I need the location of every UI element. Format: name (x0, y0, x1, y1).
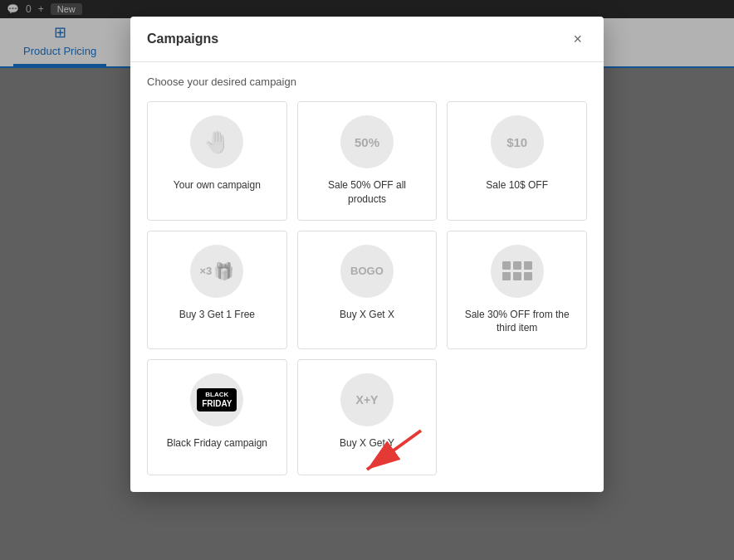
campaigns-modal: Campaigns × Choose your desired campaign… (130, 17, 604, 492)
buyxgety-icon: X+Y (340, 373, 394, 426)
campaign-card-blackfriday[interactable]: BLACK FRIDAY Black Friday campaign (147, 359, 287, 475)
sale50-label: Sale 50% OFF all products (308, 178, 427, 207)
campaign-card-own[interactable]: 🤚 Your own campaign (147, 101, 287, 221)
blackfriday-label: Black Friday campaign (167, 436, 267, 450)
campaign-card-sale50[interactable]: 50% Sale 50% OFF all products (297, 101, 438, 221)
sale30-icon (491, 245, 544, 298)
bf-black-text: BLACK (202, 392, 232, 399)
x3-text: ×3 (199, 265, 212, 277)
campaign-grid-row3: BLACK FRIDAY Black Friday campaign X+Y B… (147, 359, 587, 475)
modal-overlay: Campaigns × Choose your desired campaign… (0, 0, 734, 560)
campaign-card-sale30[interactable]: Sale 30% OFF from the third item (447, 231, 587, 350)
buy3get1-icon: ×3 🎁 (190, 245, 243, 298)
campaign-grid-row3-container: BLACK FRIDAY Black Friday campaign X+Y B… (147, 359, 587, 475)
campaign-grid-row2: ×3 🎁 Buy 3 Get 1 Free BOGO Buy X Get X (147, 231, 587, 350)
own-campaign-label: Your own campaign (174, 178, 261, 192)
buy3get1-icon-inner: ×3 🎁 (199, 261, 234, 281)
campaign-card-buy3get1[interactable]: ×3 🎁 Buy 3 Get 1 Free (147, 231, 287, 350)
campaign-grid-row1: 🤚 Your own campaign 50% Sale 50% OFF all… (147, 101, 587, 221)
sale10-icon: $10 (491, 115, 544, 168)
blackfriday-icon-inner: BLACK FRIDAY (197, 388, 237, 411)
gift-icon: 🎁 (213, 261, 234, 281)
bf-friday-text: FRIDAY (202, 399, 232, 408)
sale50-icon-text: 50% (355, 135, 379, 149)
modal-title: Campaigns (147, 32, 218, 46)
own-campaign-icon: 🤚 (190, 115, 243, 168)
xy-icon-text: X+Y (356, 393, 379, 407)
blackfriday-icon: BLACK FRIDAY (190, 373, 243, 426)
bogo-icon: BOGO (340, 245, 394, 298)
modal-subtitle: Choose your desired campaign (147, 75, 587, 88)
modal-close-button[interactable]: × (568, 30, 587, 48)
campaign-card-buyxgety[interactable]: X+Y Buy X Get Y (297, 359, 438, 475)
sale50-icon: 50% (340, 115, 394, 168)
sale10-label: Sale 10$ OFF (486, 178, 548, 192)
grid-icon (502, 261, 532, 280)
bogo-label: Buy X Get X (340, 308, 394, 322)
sale30-label: Sale 30% OFF from the third item (458, 308, 576, 336)
campaign-card-bogo[interactable]: BOGO Buy X Get X (297, 231, 438, 350)
modal-header: Campaigns × (130, 17, 604, 62)
modal-body: Choose your desired campaign 🤚 Your own … (130, 62, 604, 492)
campaign-card-sale10[interactable]: $10 Sale 10$ OFF (447, 101, 587, 221)
bogo-icon-text: BOGO (350, 265, 384, 277)
sale10-icon-text: $10 (506, 135, 527, 149)
buy3get1-label: Buy 3 Get 1 Free (179, 308, 255, 322)
buyxgety-label: Buy X Get Y (340, 436, 394, 450)
